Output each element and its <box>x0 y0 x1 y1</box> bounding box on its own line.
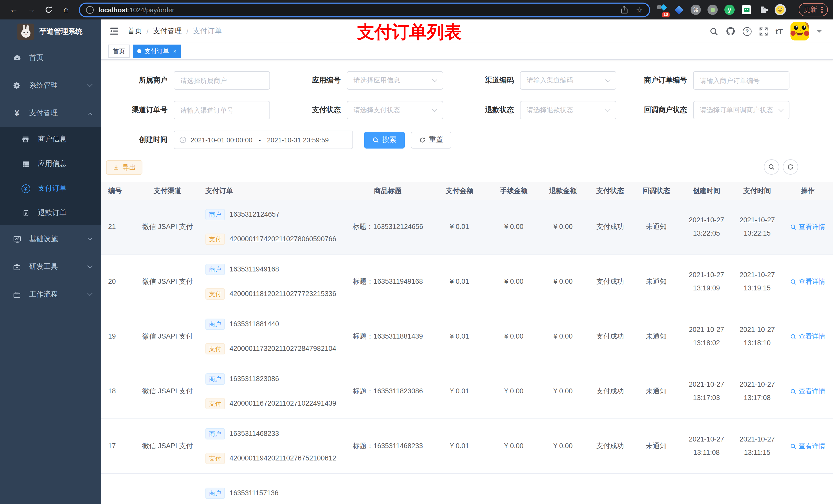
refund-status-select[interactable]: 请选择退款状态 <box>520 101 616 119</box>
channel-code-select[interactable]: 请输入渠道编码 <box>520 71 616 90</box>
sidebar-item-system[interactable]: 系统管理 <box>0 72 101 99</box>
search-button[interactable]: 搜索 <box>364 131 405 148</box>
app-id-select[interactable]: 请选择应用信息 <box>347 71 443 90</box>
merchant-order-no-input[interactable] <box>693 71 789 90</box>
sidebar-item-payment[interactable]: ¥ 支付管理 <box>0 99 101 127</box>
font-size-icon[interactable]: tT <box>776 27 783 35</box>
screenshot-stage: ← → ⌂ i localhost:1024/pay/order ☆ 10 ⌘ <box>0 0 833 504</box>
sidebar-item-infrastructure[interactable]: 基础设施 <box>0 225 101 253</box>
search-icon[interactable] <box>710 27 718 35</box>
sidebar-item-refund-order[interactable]: 退款订单 <box>0 201 101 225</box>
back-icon[interactable]: ← <box>5 3 23 17</box>
breadcrumb-payment[interactable]: 支付管理 <box>153 27 182 36</box>
merchant-filter-input[interactable] <box>174 71 270 90</box>
reset-button[interactable]: 重置 <box>411 131 451 148</box>
cell-fee: ¥ 0.00 <box>490 330 538 343</box>
chat-extension-icon[interactable] <box>741 4 752 15</box>
merchant-tag: 商户 <box>206 488 225 499</box>
sidebar-item-workflow[interactable]: 工作流程 <box>0 281 101 308</box>
tab-pay-order[interactable]: 支付订单 × <box>133 45 181 58</box>
col-pay-status: 支付状态 <box>589 184 632 198</box>
close-tab-icon[interactable]: × <box>173 48 176 54</box>
blocks-extension-icon[interactable]: 10 <box>656 4 668 15</box>
cell-actions: 查看详情 <box>782 330 833 343</box>
cell-amount: ¥ 0.01 <box>429 439 490 453</box>
site-info-icon[interactable]: i <box>86 6 94 14</box>
breadcrumb-home[interactable]: 首页 <box>127 27 142 36</box>
filter-label: 所属商户 <box>106 76 168 85</box>
address-bar[interactable]: i localhost:1024/pay/order ☆ <box>79 2 650 17</box>
col-fee: 手续金额 <box>490 184 538 198</box>
filter-label: 渠道订单号 <box>106 105 168 115</box>
export-button[interactable]: 导出 <box>106 160 142 175</box>
view-detail-link[interactable]: 查看详情 <box>790 275 825 288</box>
filter-label: 应用编号 <box>279 76 341 85</box>
command-extension-icon[interactable]: ⌘ <box>690 4 701 15</box>
dashboard-icon <box>12 53 22 62</box>
bookmark-star-icon[interactable]: ☆ <box>636 6 643 14</box>
cell-id: 17 <box>101 439 132 453</box>
channel-order-no-input[interactable] <box>174 101 270 119</box>
refresh-table-icon[interactable] <box>783 159 798 175</box>
sidebar-item-label: 应用信息 <box>38 159 67 169</box>
sidebar-item-app-info[interactable]: 应用信息 <box>0 152 101 176</box>
clock-icon <box>179 136 187 143</box>
toolbox-icon <box>12 291 22 298</box>
tab-home[interactable]: 首页 <box>108 45 129 58</box>
create-time-range-input[interactable]: 2021-10-01 00:00:00 - 2021-10-31 23:59:5… <box>174 130 353 149</box>
kite-extension-icon[interactable] <box>673 4 685 15</box>
merchant-order-no: 1635311157136 <box>230 486 279 500</box>
help-icon[interactable]: ? <box>743 27 752 35</box>
cell-callback-status: 未通知 <box>632 275 681 288</box>
user-avatar[interactable] <box>790 22 809 41</box>
cell-callback-status: 未通知 <box>632 439 681 453</box>
fullscreen-icon[interactable] <box>759 27 768 35</box>
cell-order-numbers: 商户1635311823086 支付4200001167202110271022… <box>204 373 347 410</box>
col-callback-status: 回调状态 <box>632 184 681 198</box>
reload-icon[interactable] <box>40 3 57 17</box>
browser-update-button[interactable]: 更新 <box>799 3 828 16</box>
share-icon[interactable] <box>620 6 628 14</box>
chevron-down-icon <box>87 81 93 87</box>
extensions-puzzle-icon[interactable] <box>758 4 769 15</box>
sidebar-item-label: 商户信息 <box>38 135 67 144</box>
filter-label: 支付状态 <box>279 105 341 115</box>
cell-id: 18 <box>101 385 132 398</box>
chevron-down-icon <box>432 77 437 82</box>
profile-emoji-icon[interactable] <box>775 4 786 15</box>
sidebar-item-dev-tools[interactable]: 研发工具 <box>0 253 101 281</box>
chevron-down-icon <box>87 235 93 240</box>
active-tab-dot <box>137 49 141 53</box>
cell-fee: ¥ 0.00 <box>490 275 538 288</box>
pay-order-no: 4200001194202110276752100612 <box>230 452 336 465</box>
view-detail-link[interactable]: 查看详情 <box>790 330 825 343</box>
document-icon <box>21 209 31 217</box>
browser-menu-icon[interactable] <box>821 7 823 13</box>
view-detail-link[interactable]: 查看详情 <box>790 385 825 398</box>
cell-title: 标题：1635312124656 <box>347 220 429 234</box>
sidebar-toggle-icon[interactable] <box>105 22 123 41</box>
callback-status-select[interactable]: 请选择订单回调商户状态 <box>693 101 789 119</box>
cell-refund: ¥ 0.00 <box>538 385 589 398</box>
avatar-caret-icon[interactable] <box>817 30 822 35</box>
pay-status-select[interactable]: 请选择支付状态 <box>347 101 443 119</box>
github-icon[interactable] <box>726 27 735 36</box>
y-extension-icon[interactable]: y <box>724 4 735 15</box>
home-icon[interactable]: ⌂ <box>57 3 75 17</box>
sidebar-item-merchant-info[interactable]: 商户信息 <box>0 127 101 152</box>
merchant-tag: 商户 <box>206 209 225 220</box>
cell-create-time: 2021-10-2713:11:08 <box>681 433 732 459</box>
sidebar-item-home[interactable]: 首页 <box>0 44 101 72</box>
dot-extension-icon[interactable] <box>707 4 718 15</box>
sidebar-item-label: 基础设施 <box>29 235 58 244</box>
cell-pay-time: 2021-10-2713:18:10 <box>732 323 782 350</box>
tags-view-bar: 首页 支付订单 × <box>101 43 833 60</box>
col-actions: 操作 <box>782 184 833 198</box>
sidebar-item-pay-order[interactable]: ¥ 支付订单 <box>0 176 101 201</box>
forward-icon[interactable]: → <box>23 3 40 17</box>
view-detail-link[interactable]: 查看详情 <box>790 439 825 453</box>
monitor-chart-icon <box>12 235 22 243</box>
toggle-search-icon[interactable] <box>764 159 779 175</box>
page-content: 所属商户 应用编号 请选择应用信息 渠道编码 请输入渠道编码 商户订单编号 <box>101 60 833 504</box>
view-detail-link[interactable]: 查看详情 <box>790 220 825 234</box>
